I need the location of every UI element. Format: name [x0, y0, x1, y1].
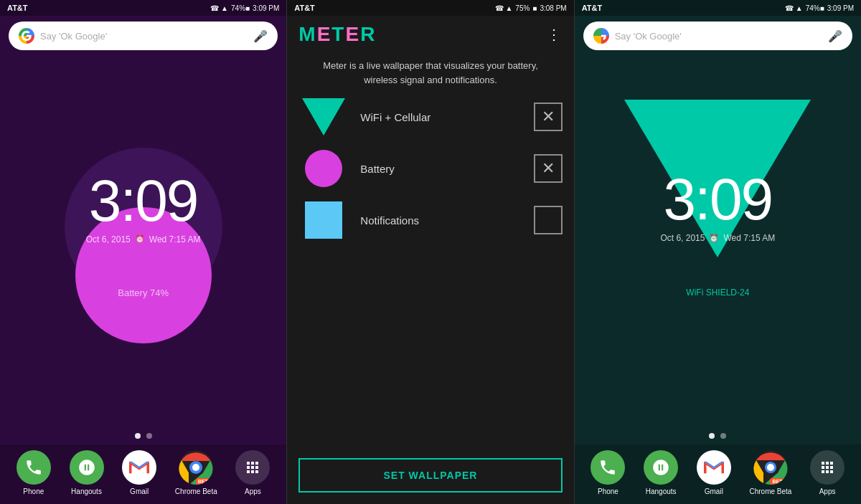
meter-r: R — [360, 23, 375, 46]
hangouts-label-3: Hangouts — [646, 488, 677, 495]
gmail-icon-1[interactable] — [122, 450, 156, 485]
more-menu-icon[interactable]: ⋮ — [547, 26, 563, 43]
clock-time-3: 3:09 — [664, 170, 773, 229]
app-apps-1[interactable]: Apps — [235, 450, 270, 495]
meter-description: Meter is a live wallpaper that visualize… — [287, 50, 573, 98]
status-right-1: ☎ ▲ 74%■ 3:09 PM — [210, 4, 279, 12]
svg-point-3 — [192, 464, 199, 471]
phone-label-1: Phone — [23, 488, 44, 495]
app-phone-1[interactable]: Phone — [17, 450, 51, 495]
clock-area-1: 3:09 Oct 6, 2015 ⏰ Wed 7:15 AM Battery 7… — [0, 42, 286, 427]
time-1: 3:09 PM — [253, 4, 279, 12]
wifi-x-mark: ✕ — [542, 108, 555, 126]
meter-header: M E T E R ⋮ — [287, 16, 573, 50]
date-text-3: Oct 6, 2015 — [660, 233, 705, 243]
app-dock-1: Phone Hangouts Gmail — [0, 444, 286, 504]
app-gmail-3[interactable]: Gmail — [697, 450, 731, 495]
status-icons-3: ☎ ▲ — [785, 4, 803, 12]
phone-label-3: Phone — [598, 488, 618, 495]
gmail-icon-3[interactable] — [697, 450, 731, 485]
app-gmail-1[interactable]: Gmail — [122, 450, 156, 495]
battery-option: Battery ✕ — [298, 150, 562, 187]
status-right-3: ☎ ▲ 74%■ 3:09 PM — [785, 4, 854, 12]
app-hangouts-1[interactable]: Hangouts — [70, 450, 104, 495]
app-hangouts-3[interactable]: Hangouts — [644, 450, 678, 495]
svg-point-6 — [767, 464, 774, 471]
page-dots-3 — [575, 427, 861, 444]
notif-option-label: Notifications — [360, 214, 522, 227]
app-phone-3[interactable]: Phone — [591, 450, 625, 495]
hangouts-icon-1[interactable] — [70, 450, 104, 485]
meter-m: M — [298, 23, 315, 46]
beta-badge-3: BETA — [770, 478, 788, 485]
meter-logo: M E T E R — [298, 23, 375, 46]
clock-date-1: Oct 6, 2015 ⏰ Wed 7:15 AM — [86, 234, 201, 244]
app-chrome-1[interactable]: BETA Chrome Beta — [175, 450, 217, 495]
battery-x-mark: ✕ — [542, 159, 555, 178]
carrier-2: AT&T — [294, 4, 315, 12]
wifi-toggle[interactable]: ✕ — [534, 103, 563, 131]
dot-3-active — [709, 433, 715, 439]
clock-time-1: 3:09 — [89, 171, 198, 230]
page-dots-1 — [0, 427, 286, 444]
mic-icon-3[interactable]: 🎤 — [828, 29, 842, 43]
hangouts-label-1: Hangouts — [71, 488, 102, 495]
carrier-1: AT&T — [7, 4, 28, 12]
alarm-icon-1: ⏰ — [135, 234, 145, 244]
alarm-time-3: Wed 7:15 AM — [723, 233, 775, 243]
app-dock-3: Phone Hangouts Gmail — [575, 444, 861, 504]
mic-icon-1[interactable]: 🎤 — [253, 29, 268, 43]
clock-date-3: Oct 6, 2015 ⏰ Wed 7:15 AM — [660, 233, 775, 243]
battery-status-1: 74%■ — [231, 4, 250, 12]
wifi-icon-area — [298, 98, 349, 135]
search-placeholder-3: Say 'Ok Google' — [615, 31, 822, 42]
beta-badge-1: BETA — [196, 478, 214, 485]
app-chrome-3[interactable]: BETA Chrome Beta — [750, 450, 792, 495]
wifi-label-3: WiFi SHIELD-24 — [686, 286, 749, 299]
gmail-label-3: Gmail — [705, 488, 723, 495]
alarm-time-1: Wed 7:15 AM — [149, 234, 201, 244]
battery-circle-icon — [305, 150, 342, 187]
alarm-icon-3: ⏰ — [709, 234, 719, 243]
panel-3: AT&T ☎ ▲ 74%■ 3:09 PM Say 'Ok Google' 🎤 … — [575, 0, 861, 504]
chrome-label-3: Chrome Beta — [750, 488, 792, 495]
hangouts-icon-3[interactable] — [644, 450, 678, 485]
apps-icon-3[interactable] — [810, 450, 844, 485]
battery-status-2: 75% — [515, 4, 530, 12]
phone-icon-1[interactable] — [17, 450, 51, 485]
chrome-label-1: Chrome Beta — [175, 488, 217, 495]
battery-option-label: Battery — [360, 163, 522, 175]
meter-e: E — [317, 23, 331, 46]
apps-label-3: Apps — [819, 488, 836, 495]
panel-2: AT&T ☎ ▲ 75% ■ 3:08 PM M E T E R ⋮ Meter… — [286, 0, 574, 504]
battery-toggle[interactable]: ✕ — [534, 154, 563, 183]
search-placeholder-1: Say 'Ok Google' — [40, 31, 248, 42]
meter-e2: E — [345, 23, 359, 46]
set-wallpaper-button[interactable]: SET WALLPAPER — [298, 458, 562, 493]
phone-icon-3[interactable] — [591, 450, 625, 485]
wifi-option: WiFi + Cellular ✕ — [298, 98, 562, 135]
date-text-1: Oct 6, 2015 — [86, 234, 131, 244]
app-apps-3[interactable]: Apps — [810, 450, 844, 495]
chrome-beta-icon-1[interactable]: BETA — [179, 450, 213, 485]
battery-status-3: 74%■ — [806, 4, 824, 12]
apps-icon-1[interactable] — [235, 450, 270, 485]
notif-icon-area — [298, 201, 349, 239]
dot-1-active — [135, 433, 141, 439]
status-icons-1: ☎ ▲ — [210, 4, 228, 12]
carrier-3: AT&T — [582, 4, 603, 12]
time-2: 3:08 PM — [540, 4, 566, 12]
panel-1: AT&T ☎ ▲ 74%■ 3:09 PM Say 'Ok Google' 🎤 … — [0, 0, 286, 504]
dot-3-inactive — [720, 433, 726, 439]
apps-label-1: Apps — [245, 488, 261, 495]
notif-toggle[interactable] — [534, 206, 563, 234]
notifications-option: Notifications — [298, 201, 562, 239]
battery-icon-area — [298, 150, 349, 187]
status-bar-2: AT&T ☎ ▲ 75% ■ 3:08 PM — [287, 0, 573, 16]
wifi-triangle-icon — [302, 98, 345, 135]
dot-1-inactive — [146, 433, 152, 439]
status-icons-2: ☎ ▲ — [495, 4, 513, 12]
status-right-2: ☎ ▲ 75% ■ 3:08 PM — [495, 4, 567, 12]
chrome-beta-icon-3[interactable]: BETA — [753, 450, 788, 485]
time-3: 3:09 PM — [827, 4, 854, 12]
